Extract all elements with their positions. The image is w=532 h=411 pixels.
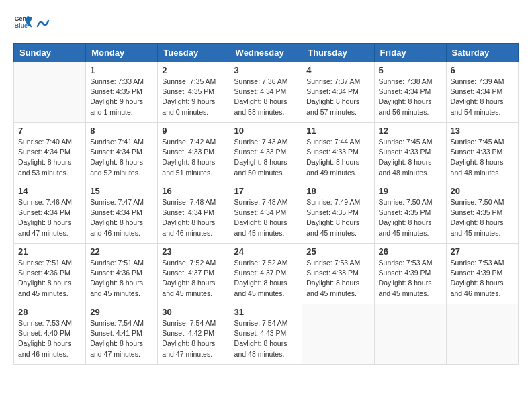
day-number: 27 [451, 246, 514, 257]
calendar-cell: 13Sunrise: 7:45 AMSunset: 4:33 PMDayligh… [446, 123, 518, 183]
calendar-cell: 27Sunrise: 7:53 AMSunset: 4:39 PMDayligh… [446, 244, 518, 304]
day-number: 18 [306, 186, 369, 196]
weekday-header-thursday: Thursday [302, 44, 374, 62]
svg-text:Blue: Blue [14, 22, 28, 29]
calendar-cell: 17Sunrise: 7:48 AMSunset: 4:34 PMDayligh… [230, 183, 302, 244]
calendar-cell: 12Sunrise: 7:45 AMSunset: 4:33 PMDayligh… [374, 123, 446, 183]
day-info: Sunrise: 7:53 AMSunset: 4:39 PMDaylight:… [451, 258, 514, 299]
calendar-cell: 1Sunrise: 7:33 AMSunset: 4:35 PMDaylight… [86, 62, 158, 123]
calendar-cell: 2Sunrise: 7:35 AMSunset: 4:35 PMDaylight… [158, 62, 230, 123]
calendar-cell: 6Sunrise: 7:39 AMSunset: 4:34 PMDaylight… [446, 62, 518, 123]
calendar-cell: 22Sunrise: 7:51 AMSunset: 4:36 PMDayligh… [86, 244, 158, 304]
calendar-week-row: 1Sunrise: 7:33 AMSunset: 4:35 PMDaylight… [14, 62, 519, 123]
calendar-cell: 19Sunrise: 7:50 AMSunset: 4:35 PMDayligh… [374, 183, 446, 244]
day-info: Sunrise: 7:44 AMSunset: 4:33 PMDaylight:… [306, 137, 369, 178]
calendar-cell: 3Sunrise: 7:36 AMSunset: 4:34 PMDaylight… [230, 62, 302, 123]
day-number: 23 [162, 246, 225, 257]
day-number: 9 [162, 126, 225, 136]
day-number: 16 [162, 186, 225, 196]
weekday-header-tuesday: Tuesday [158, 44, 230, 62]
day-info: Sunrise: 7:36 AMSunset: 4:34 PMDaylight:… [234, 77, 298, 118]
logo-icon: General Blue [13, 13, 32, 32]
day-number: 6 [451, 65, 514, 75]
day-number: 26 [379, 246, 442, 257]
day-number: 11 [306, 126, 369, 136]
day-info: Sunrise: 7:41 AMSunset: 4:34 PMDaylight:… [90, 137, 153, 178]
day-info: Sunrise: 7:51 AMSunset: 4:36 PMDaylight:… [90, 258, 153, 299]
calendar-cell: 25Sunrise: 7:53 AMSunset: 4:38 PMDayligh… [302, 244, 374, 304]
day-number: 21 [18, 246, 81, 257]
weekday-header-sunday: Sunday [14, 44, 86, 62]
day-info: Sunrise: 7:54 AMSunset: 4:42 PMDaylight:… [162, 318, 225, 359]
calendar-cell: 18Sunrise: 7:49 AMSunset: 4:35 PMDayligh… [302, 183, 374, 244]
weekday-header-wednesday: Wednesday [230, 44, 302, 62]
day-info: Sunrise: 7:39 AMSunset: 4:34 PMDaylight:… [451, 77, 514, 118]
day-number: 20 [451, 186, 514, 196]
logo: General Blue [13, 13, 50, 32]
calendar-week-row: 14Sunrise: 7:46 AMSunset: 4:34 PMDayligh… [14, 183, 519, 244]
day-info: Sunrise: 7:52 AMSunset: 4:37 PMDaylight:… [162, 258, 225, 299]
calendar-cell: 4Sunrise: 7:37 AMSunset: 4:34 PMDaylight… [302, 62, 374, 123]
calendar-cell: 10Sunrise: 7:43 AMSunset: 4:33 PMDayligh… [230, 123, 302, 183]
day-info: Sunrise: 7:35 AMSunset: 4:35 PMDaylight:… [162, 77, 225, 118]
day-info: Sunrise: 7:53 AMSunset: 4:39 PMDaylight:… [379, 258, 442, 299]
day-info: Sunrise: 7:40 AMSunset: 4:34 PMDaylight:… [18, 137, 81, 178]
calendar-cell: 5Sunrise: 7:38 AMSunset: 4:34 PMDaylight… [374, 62, 446, 123]
day-number: 10 [234, 126, 298, 136]
day-info: Sunrise: 7:54 AMSunset: 4:41 PMDaylight:… [90, 318, 153, 359]
day-info: Sunrise: 7:38 AMSunset: 4:34 PMDaylight:… [379, 77, 442, 118]
day-info: Sunrise: 7:51 AMSunset: 4:36 PMDaylight:… [18, 258, 81, 299]
logo-wave-icon [36, 17, 50, 29]
day-info: Sunrise: 7:54 AMSunset: 4:43 PMDaylight:… [234, 318, 298, 359]
day-number: 2 [162, 65, 225, 75]
day-number: 3 [234, 65, 298, 75]
day-info: Sunrise: 7:50 AMSunset: 4:35 PMDaylight:… [451, 197, 514, 238]
calendar-cell: 30Sunrise: 7:54 AMSunset: 4:42 PMDayligh… [158, 304, 230, 365]
day-number: 15 [90, 186, 153, 196]
calendar-cell: 15Sunrise: 7:47 AMSunset: 4:34 PMDayligh… [86, 183, 158, 244]
calendar-cell: 16Sunrise: 7:48 AMSunset: 4:34 PMDayligh… [158, 183, 230, 244]
calendar-cell [14, 62, 86, 123]
calendar-cell: 14Sunrise: 7:46 AMSunset: 4:34 PMDayligh… [14, 183, 86, 244]
calendar-cell: 21Sunrise: 7:51 AMSunset: 4:36 PMDayligh… [14, 244, 86, 304]
calendar-table: SundayMondayTuesdayWednesdayThursdayFrid… [13, 43, 519, 365]
calendar-cell: 23Sunrise: 7:52 AMSunset: 4:37 PMDayligh… [158, 244, 230, 304]
calendar-cell: 31Sunrise: 7:54 AMSunset: 4:43 PMDayligh… [230, 304, 302, 365]
calendar-cell: 7Sunrise: 7:40 AMSunset: 4:34 PMDaylight… [14, 123, 86, 183]
day-info: Sunrise: 7:47 AMSunset: 4:34 PMDaylight:… [90, 197, 153, 238]
day-number: 25 [306, 246, 369, 257]
day-info: Sunrise: 7:48 AMSunset: 4:34 PMDaylight:… [234, 197, 298, 238]
day-number: 12 [379, 126, 442, 136]
day-number: 19 [379, 186, 442, 196]
calendar-cell: 24Sunrise: 7:52 AMSunset: 4:37 PMDayligh… [230, 244, 302, 304]
calendar-cell [374, 304, 446, 365]
day-info: Sunrise: 7:43 AMSunset: 4:33 PMDaylight:… [234, 137, 298, 178]
day-number: 22 [90, 246, 153, 257]
weekday-header-saturday: Saturday [446, 44, 518, 62]
calendar-week-row: 21Sunrise: 7:51 AMSunset: 4:36 PMDayligh… [14, 244, 519, 304]
calendar-cell: 26Sunrise: 7:53 AMSunset: 4:39 PMDayligh… [374, 244, 446, 304]
day-info: Sunrise: 7:53 AMSunset: 4:38 PMDaylight:… [306, 258, 369, 299]
day-info: Sunrise: 7:37 AMSunset: 4:34 PMDaylight:… [306, 77, 369, 118]
day-number: 30 [162, 307, 225, 317]
day-info: Sunrise: 7:33 AMSunset: 4:35 PMDaylight:… [90, 77, 153, 118]
day-info: Sunrise: 7:45 AMSunset: 4:33 PMDaylight:… [451, 137, 514, 178]
day-info: Sunrise: 7:48 AMSunset: 4:34 PMDaylight:… [162, 197, 225, 238]
calendar-week-row: 7Sunrise: 7:40 AMSunset: 4:34 PMDaylight… [14, 123, 519, 183]
day-info: Sunrise: 7:53 AMSunset: 4:40 PMDaylight:… [18, 318, 81, 359]
day-info: Sunrise: 7:52 AMSunset: 4:37 PMDaylight:… [234, 258, 298, 299]
calendar-cell: 11Sunrise: 7:44 AMSunset: 4:33 PMDayligh… [302, 123, 374, 183]
day-number: 13 [451, 126, 514, 136]
day-info: Sunrise: 7:45 AMSunset: 4:33 PMDaylight:… [379, 137, 442, 178]
calendar-cell: 8Sunrise: 7:41 AMSunset: 4:34 PMDaylight… [86, 123, 158, 183]
day-number: 8 [90, 126, 153, 136]
day-number: 1 [90, 65, 153, 75]
day-number: 24 [234, 246, 298, 257]
day-number: 28 [18, 307, 81, 317]
day-info: Sunrise: 7:49 AMSunset: 4:35 PMDaylight:… [306, 197, 369, 238]
calendar-week-row: 28Sunrise: 7:53 AMSunset: 4:40 PMDayligh… [14, 304, 519, 365]
page-header: General Blue [13, 13, 519, 32]
day-info: Sunrise: 7:42 AMSunset: 4:33 PMDaylight:… [162, 137, 225, 178]
day-number: 5 [379, 65, 442, 75]
day-info: Sunrise: 7:46 AMSunset: 4:34 PMDaylight:… [18, 197, 81, 238]
